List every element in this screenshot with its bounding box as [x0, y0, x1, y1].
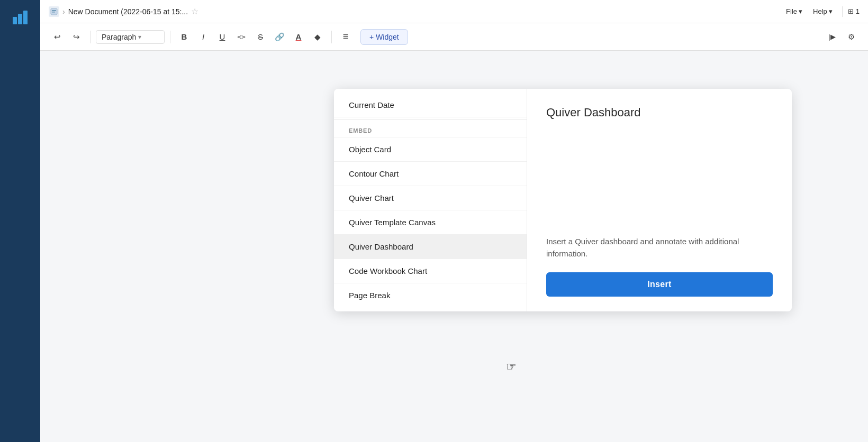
svg-rect-2: [23, 11, 28, 24]
quiver-chart-item[interactable]: Quiver Chart: [334, 186, 527, 210]
breadcrumb-separator: ›: [62, 7, 65, 16]
file-menu[interactable]: File ▾: [782, 6, 807, 17]
svg-rect-1: [18, 14, 22, 24]
list-separator: [334, 119, 527, 120]
svg-rect-5: [52, 12, 55, 13]
topbar: › New Document (2022-06-15 at 15:... ☆ F…: [40, 0, 868, 23]
widget-list: Current Date EMBED Object Card Contour C…: [334, 89, 527, 311]
object-card-item[interactable]: Object Card: [334, 137, 527, 162]
toolbar-right: |▶ ⚙: [824, 29, 860, 45]
topbar-menu: File ▾ Help ▾ ⊞ 1: [782, 6, 860, 17]
toolbar-divider-1: [90, 31, 91, 43]
preview-title: Quiver Dashboard: [546, 106, 773, 119]
quiver-dashboard-item[interactable]: Quiver Dashboard: [334, 235, 527, 259]
contour-chart-item[interactable]: Contour Chart: [334, 162, 527, 186]
help-menu[interactable]: Help ▾: [809, 6, 837, 17]
table-icon: ⊞: [848, 7, 854, 15]
text-color-button[interactable]: A: [290, 29, 307, 45]
toolbar-divider-2: [170, 31, 170, 43]
underline-button[interactable]: U: [214, 29, 231, 45]
settings-button[interactable]: ⚙: [843, 29, 860, 45]
widget-button[interactable]: + Widget: [360, 29, 408, 45]
document-title: New Document (2022-06-15 at 15:...: [68, 7, 188, 16]
preview-description: Insert a Quiver dashboard and annotate w…: [546, 236, 773, 260]
insert-right-button[interactable]: |▶: [824, 29, 840, 45]
current-date-item[interactable]: Current Date: [334, 93, 527, 117]
undo-button[interactable]: ↩: [49, 29, 66, 45]
bold-button[interactable]: B: [176, 29, 193, 45]
paragraph-chevron-icon: ▾: [138, 33, 141, 41]
italic-button[interactable]: I: [195, 29, 212, 45]
redo-button[interactable]: ↪: [68, 29, 85, 45]
toolbar-divider-3: [331, 31, 332, 43]
preview-spacer: [546, 130, 773, 236]
sidebar-logo[interactable]: [8, 6, 32, 30]
quiver-template-canvas-item[interactable]: Quiver Template Canvas: [334, 210, 527, 235]
toolbar: ↩ ↪ Paragraph ▾ B I U <> S 🔗 A ◆ ≡ + Wid…: [40, 23, 868, 51]
table-badge[interactable]: ⊞ 1: [848, 7, 860, 15]
strikethrough-button[interactable]: S: [252, 29, 269, 45]
favorite-icon[interactable]: ☆: [191, 6, 198, 16]
svg-rect-4: [52, 10, 56, 11]
align-button[interactable]: ≡: [337, 29, 354, 45]
highlight-button[interactable]: ◆: [309, 29, 326, 45]
widget-button-label: + Widget: [369, 33, 399, 41]
topbar-divider: [842, 6, 843, 17]
link-button[interactable]: 🔗: [271, 29, 288, 45]
embed-section-label: EMBED: [334, 122, 527, 137]
cursor-hand-icon: ☞: [506, 360, 517, 374]
code-button[interactable]: <>: [233, 29, 250, 45]
main-content: Current Date EMBED Object Card Contour C…: [40, 51, 868, 442]
widget-preview: Quiver Dashboard Insert a Quiver dashboa…: [527, 89, 792, 311]
paragraph-style-selector[interactable]: Paragraph ▾: [96, 30, 165, 44]
code-workbook-chart-item[interactable]: Code Workbook Chart: [334, 259, 527, 283]
widget-dropdown: Current Date EMBED Object Card Contour C…: [334, 89, 792, 311]
paragraph-style-label: Paragraph: [102, 33, 136, 41]
insert-button[interactable]: Insert: [546, 272, 773, 297]
sidebar: [0, 0, 40, 442]
document-icon: [49, 6, 59, 17]
table-count: 1: [856, 7, 860, 15]
svg-rect-0: [13, 17, 17, 24]
breadcrumb: › New Document (2022-06-15 at 15:... ☆: [49, 6, 777, 17]
page-break-item[interactable]: Page Break: [334, 283, 527, 307]
